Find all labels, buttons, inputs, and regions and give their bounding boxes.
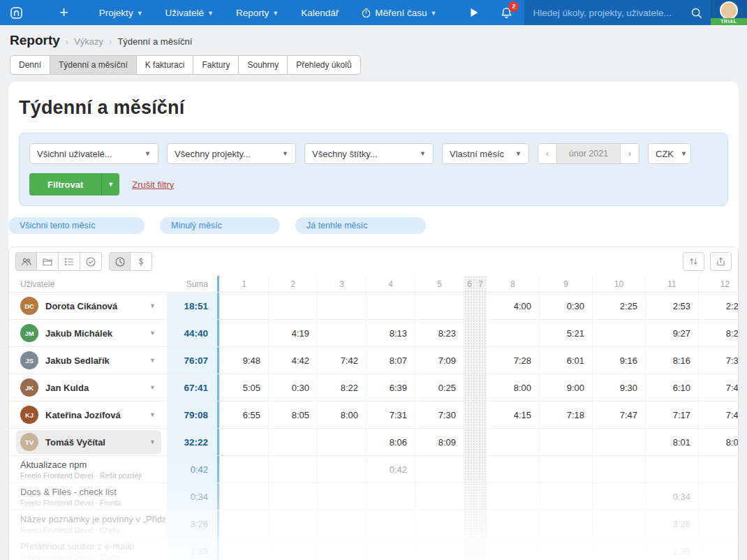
page-title: Týdenní a měsíční — [8, 82, 739, 133]
user-row[interactable]: JSJakub Sedlařík▼76:079:484:427:428:077:… — [9, 347, 738, 374]
tab-k-fakturaci[interactable]: K fakturaci — [137, 55, 194, 75]
task-cell: Přetáhnout soubor z e-mailuFreelo Fronte… — [9, 538, 167, 560]
add-button[interactable]: + — [50, 0, 78, 25]
nav-item-reporty[interactable]: Reporty▼ — [225, 0, 290, 25]
day-cell — [366, 538, 415, 560]
tab-denni[interactable]: Denní — [10, 55, 50, 75]
money-mode-button[interactable] — [131, 252, 152, 271]
tab-faktury[interactable]: Faktury — [193, 55, 239, 75]
avatar: DC — [20, 297, 38, 315]
suma-value: 18:51 — [167, 293, 217, 319]
next-month-button[interactable]: › — [621, 144, 639, 163]
filter-panel: Všichni uživatelé...▼ Všechny projekty..… — [19, 133, 728, 206]
group-by-users-button[interactable] — [15, 252, 37, 271]
chevron-down-icon[interactable]: ▼ — [149, 330, 156, 337]
user-row[interactable]: KJKateřina Jozífová▼79:086:558:058:007:3… — [9, 401, 738, 429]
tab-prehledy-ukolu[interactable]: Přehledy úkolů — [288, 55, 360, 75]
projects-filter-select[interactable]: Všechny projekty...▼ — [167, 143, 296, 164]
avatar: JK — [20, 378, 38, 397]
day-cell: 8:06 — [698, 429, 739, 455]
day-cell: 8:01 — [645, 429, 698, 455]
avatar: KJ — [20, 406, 38, 424]
value-mode-buttons — [109, 252, 152, 271]
day-cell: 7:31 — [366, 401, 415, 428]
chevron-down-icon[interactable]: ▼ — [149, 411, 156, 418]
currency-select[interactable]: CZK▼ — [648, 143, 691, 164]
day-col-header: 5 — [415, 276, 464, 292]
nav-item-kalendar[interactable]: Kalendář — [290, 0, 350, 25]
day-cell — [219, 510, 268, 537]
task-row[interactable]: Název poznámky je povinný v „Přidat ...F… — [9, 510, 738, 538]
time-grid: UživateléSuma123456789101112DCDorota Cik… — [9, 276, 738, 560]
notifications-button[interactable]: 2 — [489, 0, 524, 25]
nav-item-uzivatele[interactable]: Uživatelé▼ — [154, 0, 225, 25]
day-cell — [268, 293, 317, 319]
chevron-down-icon[interactable]: ▼ — [149, 357, 156, 364]
chevron-down-icon[interactable]: ▼ — [149, 302, 156, 309]
group-by-projects-button[interactable] — [37, 252, 59, 271]
user-row[interactable]: DCDorota Cikánová▼18:514:000:302:252:532… — [9, 293, 738, 320]
chevron-down-icon[interactable]: ▼ — [149, 384, 156, 391]
nav-item-mereni-casu[interactable]: Měření času▼ — [350, 0, 448, 25]
sort-button[interactable] — [683, 252, 704, 271]
day-cell — [645, 456, 698, 482]
task-row[interactable]: Aktualizace npmFreelo Frontend Devel · Ř… — [9, 456, 738, 483]
day-cell — [317, 320, 366, 346]
breadcrumb-root[interactable]: Reporty — [10, 33, 60, 48]
day-cell: 6:55 — [219, 401, 268, 428]
avatar: TV — [20, 433, 38, 451]
day-cell — [475, 374, 486, 401]
play-timer-button[interactable] — [460, 0, 489, 25]
nav-item-projekty[interactable]: Projekty▼ — [88, 0, 154, 25]
select-value: Všechny projekty... — [175, 149, 251, 159]
select-value: Všechny štítky... — [312, 149, 378, 159]
group-by-tasks-button[interactable] — [80, 252, 102, 271]
tab-souhrny[interactable]: Souhrny — [239, 55, 288, 75]
search-input[interactable] — [533, 8, 690, 18]
day-col-header: 6 — [464, 276, 475, 292]
day-cell — [219, 429, 268, 455]
play-icon — [470, 8, 479, 17]
task-row[interactable]: Přetáhnout soubor z e-mailuFreelo Fronte… — [9, 538, 738, 560]
task-title: Docs & Files - check list — [20, 487, 117, 497]
select-value: CZK — [656, 149, 674, 159]
dollar-icon — [135, 256, 147, 267]
user-row[interactable]: TVTomáš Vyčítal▼32:228:068:098:018:06 — [9, 429, 738, 456]
day-cell — [366, 510, 415, 537]
prev-month-button[interactable]: ‹ — [538, 144, 556, 163]
day-cell — [486, 483, 539, 510]
users-filter-select[interactable]: Všichni uživatelé...▼ — [29, 143, 158, 164]
day-cell — [592, 456, 645, 482]
chip-ja-tenhle-mesic[interactable]: Já tenhle měsíc — [295, 217, 426, 234]
chevron-down-icon[interactable]: ▼ — [149, 439, 156, 445]
tags-filter-select[interactable]: Všechny štítky...▼ — [304, 143, 434, 164]
suma-value: 32:22 — [167, 429, 217, 455]
day-cell: 7:18 — [539, 401, 592, 428]
period-type-select[interactable]: Vlastní měsíc▼ — [442, 143, 529, 164]
user-row[interactable]: JKJan Kulda▼67:415:050:308:226:390:258:0… — [9, 374, 738, 401]
time-mode-button[interactable] — [109, 252, 131, 271]
home-button[interactable] — [0, 0, 33, 25]
filter-button[interactable]: Filtrovat — [29, 173, 101, 196]
clear-filters-link[interactable]: Zrušit filtry — [132, 179, 174, 190]
task-title: Přetáhnout soubor z e-mailu — [20, 541, 134, 552]
home-icon — [10, 6, 23, 20]
chip-minuly-mesic[interactable]: Minulý měsíc — [160, 217, 280, 234]
quick-filter-chips: Všichni tento měsíc Minulý měsíc Já tenh… — [8, 217, 739, 234]
select-value: Všichni uživatelé... — [37, 149, 112, 159]
breadcrumb-parent[interactable]: Výkazy — [74, 36, 103, 47]
user-row[interactable]: JMJakub Michálek▼44:404:198:138:235:219:… — [9, 320, 738, 347]
filter-button-caret[interactable]: ▼ — [101, 173, 119, 196]
day-col-header: 8 — [486, 276, 539, 292]
tab-tydenni-a-mesicni[interactable]: Týdenní a měsíční — [50, 55, 137, 75]
user-menu[interactable]: TRIAL — [711, 0, 747, 25]
group-by-lists-button[interactable] — [59, 252, 80, 271]
task-row[interactable]: Docs & Files - check listFreelo Frontend… — [9, 483, 738, 510]
breadcrumb-separator: › — [109, 36, 112, 47]
chip-vsichni-tento-mesic[interactable]: Všichni tento měsíc — [8, 217, 145, 234]
export-button[interactable] — [710, 252, 732, 271]
day-cell: 8:13 — [366, 320, 415, 346]
day-col-header: 10 — [592, 276, 645, 292]
search-icon[interactable] — [690, 7, 702, 19]
day-cell: 6:39 — [366, 374, 415, 401]
